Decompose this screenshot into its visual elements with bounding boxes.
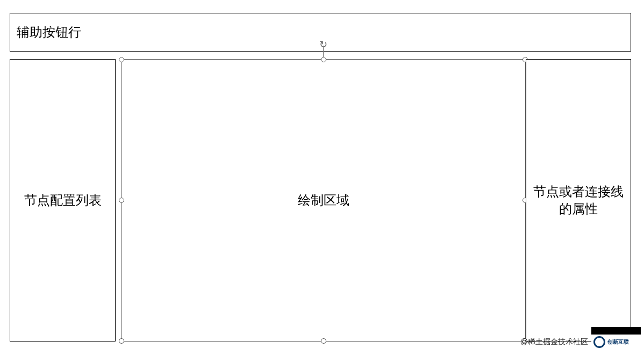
resize-handle-top-left[interactable] bbox=[119, 57, 124, 62]
resize-handle-middle-left[interactable] bbox=[119, 198, 124, 203]
watermark: @稀土掘金技术社区 创新互联 bbox=[520, 335, 641, 350]
watermark-logo: 创新互联 bbox=[591, 335, 641, 350]
properties-panel[interactable]: 节点或者连接线的属性 bbox=[526, 59, 631, 342]
toolbar-label: 辅助按钮行 bbox=[17, 24, 81, 41]
node-config-list-panel[interactable]: 节点配置列表 bbox=[10, 59, 116, 342]
body-row: 节点配置列表 ↻ 绘制区域 节点或者连接线的属性 bbox=[10, 59, 631, 342]
connector-stub bbox=[323, 46, 324, 57]
right-panel-label: 节点或者连接线的属性 bbox=[531, 183, 626, 218]
watermark-blackbar bbox=[591, 327, 641, 335]
drawing-canvas-panel[interactable]: ↻ 绘制区域 bbox=[121, 59, 526, 342]
connector-curl-icon: ↻ bbox=[318, 39, 329, 50]
left-panel-label: 节点配置列表 bbox=[24, 192, 102, 209]
resize-handle-bottom-left[interactable] bbox=[119, 338, 124, 344]
resize-handle-bottom-center[interactable] bbox=[321, 338, 326, 344]
watermark-credit: @稀土掘金技术社区 bbox=[520, 337, 588, 347]
canvas-label: 绘制区域 bbox=[298, 192, 349, 209]
resize-handle-top-center[interactable] bbox=[321, 57, 326, 62]
watermark-brand: 创新互联 bbox=[607, 338, 629, 346]
